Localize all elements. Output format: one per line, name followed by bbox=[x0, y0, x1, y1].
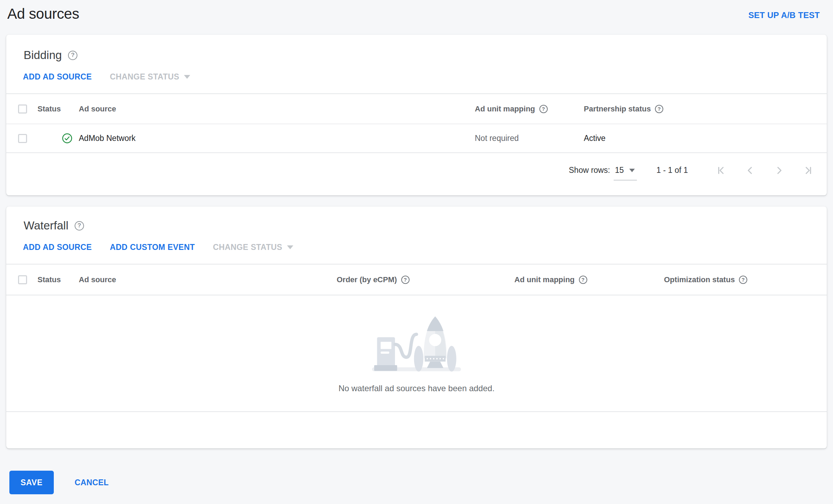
help-icon[interactable]: ? bbox=[68, 51, 77, 60]
next-page-button[interactable] bbox=[773, 165, 785, 176]
column-status: Status bbox=[37, 104, 61, 114]
previous-page-button[interactable] bbox=[744, 165, 756, 176]
page-header: Ad sources SET UP A/B TEST bbox=[0, 0, 833, 35]
change-status-label: CHANGE STATUS bbox=[110, 72, 179, 82]
change-status-label: CHANGE STATUS bbox=[213, 243, 283, 252]
empty-state-message: No waterfall ad sources have been added. bbox=[338, 384, 495, 393]
add-custom-event-button[interactable]: ADD CUSTOM EVENT bbox=[110, 243, 195, 252]
bidding-title: Bidding bbox=[24, 49, 62, 62]
add-ad-source-button[interactable]: ADD AD SOURCE bbox=[23, 72, 92, 82]
rows-per-page-select[interactable]: 15 bbox=[615, 166, 635, 175]
waterfall-empty-state: No waterfall ad sources have been added. bbox=[6, 295, 827, 411]
column-order-by-ecpm: Order (by eCPM) bbox=[337, 275, 397, 284]
column-ad-source: Ad source bbox=[79, 104, 116, 114]
change-status-button: CHANGE STATUS bbox=[213, 243, 294, 252]
page-title: Ad sources bbox=[7, 6, 79, 22]
first-page-button[interactable] bbox=[715, 165, 727, 176]
partnership-status-value: Active bbox=[584, 134, 606, 143]
chevron-down-icon bbox=[287, 245, 293, 249]
ad-unit-mapping-value: Not required bbox=[475, 134, 519, 143]
add-ad-source-button[interactable]: ADD AD SOURCE bbox=[23, 243, 92, 252]
last-page-button[interactable] bbox=[802, 165, 814, 176]
waterfall-title: Waterfall bbox=[24, 219, 68, 232]
ad-source-name: AdMob Network bbox=[79, 134, 136, 143]
column-ad-unit-mapping: Ad unit mapping bbox=[475, 104, 535, 114]
rocket-illustration bbox=[370, 311, 463, 376]
page-actions: SAVE CANCEL bbox=[9, 471, 833, 494]
bidding-card: Bidding ? ADD AD SOURCE CHANGE STATUS St… bbox=[6, 35, 827, 195]
waterfall-table-header: Status Ad source Order (by eCPM) ? Ad un… bbox=[6, 264, 827, 295]
help-icon[interactable]: ? bbox=[75, 221, 84, 230]
check-circle-icon bbox=[62, 133, 73, 144]
row-checkbox[interactable] bbox=[18, 134, 27, 143]
rows-per-page-value: 15 bbox=[615, 166, 624, 175]
help-icon[interactable]: ? bbox=[401, 276, 410, 284]
select-all-checkbox[interactable] bbox=[18, 275, 27, 284]
chevron-down-icon bbox=[629, 169, 635, 172]
help-icon[interactable]: ? bbox=[739, 276, 747, 284]
table-row: AdMob Network Not required Active bbox=[6, 124, 827, 152]
help-icon[interactable]: ? bbox=[579, 276, 587, 284]
bidding-table-footer: Show rows: 15 1 - 1 of 1 bbox=[6, 152, 827, 187]
change-status-button: CHANGE STATUS bbox=[110, 72, 191, 82]
set-up-ab-test-link[interactable]: SET UP A/B TEST bbox=[748, 10, 820, 20]
column-optimization-status: Optimization status bbox=[664, 275, 735, 284]
chevron-down-icon bbox=[184, 75, 190, 79]
column-status: Status bbox=[37, 275, 61, 284]
select-all-checkbox[interactable] bbox=[18, 104, 27, 114]
cancel-button[interactable]: CANCEL bbox=[75, 478, 109, 487]
bidding-table-header: Status Ad source Ad unit mapping ? Partn… bbox=[6, 94, 827, 124]
help-icon[interactable]: ? bbox=[539, 105, 548, 113]
waterfall-card: Waterfall ? ADD AD SOURCE ADD CUSTOM EVE… bbox=[6, 207, 827, 448]
waterfall-table-footer bbox=[6, 411, 827, 446]
save-button[interactable]: SAVE bbox=[9, 471, 54, 494]
column-ad-source: Ad source bbox=[79, 275, 116, 284]
column-partnership-status: Partnership status bbox=[584, 104, 651, 114]
help-icon[interactable]: ? bbox=[655, 105, 663, 113]
column-ad-unit-mapping: Ad unit mapping bbox=[514, 275, 575, 284]
pagination-range: 1 - 1 of 1 bbox=[656, 166, 688, 175]
show-rows-label: Show rows: bbox=[569, 166, 610, 175]
